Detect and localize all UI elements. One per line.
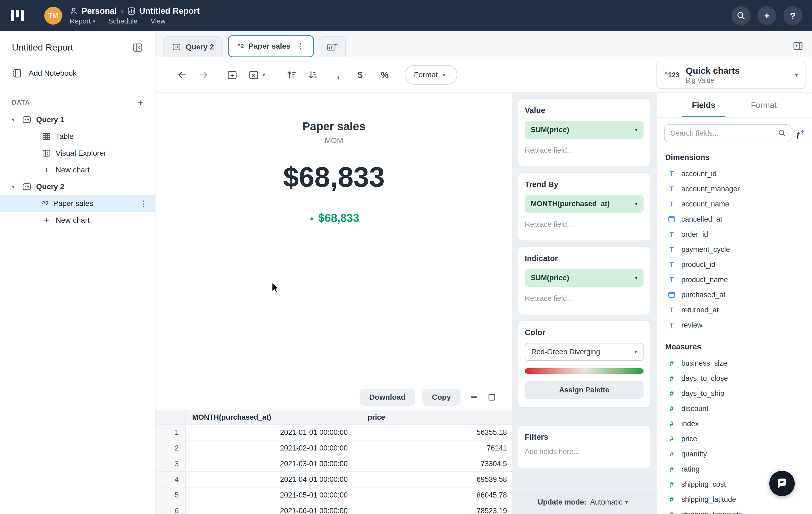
sidebar-item-query1[interactable]: ▾ Query 1 [0,111,155,128]
menu-report[interactable]: Report ▾ [70,17,95,25]
table-row[interactable]: 5 2021-05-01 00:00:00 86045.78 [155,488,512,503]
table-row[interactable]: 6 2021-06-01 00:00:00 78523.19 [155,503,512,514]
quick-charts-dropdown[interactable]: ^123 Quick charts Big Value ▾ [656,61,806,89]
measure-item[interactable]: quantity [657,447,812,462]
add-notebook-button[interactable]: Add Notebook [0,58,155,88]
dimension-item[interactable]: order_id [657,227,812,242]
kebab-menu-icon[interactable]: ⋮ [139,199,147,208]
mode-logo[interactable] [10,7,26,24]
table-header-month[interactable]: MONTH(purchased_at) [186,410,361,424]
hash-icon [667,374,676,383]
measure-name: rating [682,465,700,474]
redo-button[interactable] [198,71,208,79]
palette-select[interactable]: Red-Green Diverging ▾ [525,343,643,361]
breadcrumb-workspace[interactable]: Personal [82,6,117,16]
sidebar-item-table[interactable]: Table [0,128,155,145]
filters-dropzone[interactable]: Add fields here... [525,448,643,459]
dimension-item[interactable]: review [657,318,812,333]
sidebar-item-visual-explorer[interactable]: Visual Explorer [0,145,155,162]
table-row[interactable]: 1 2021-01-01 00:00:00 56355.18 [155,425,512,440]
table-row[interactable]: 4 2021-04-01 00:00:00 69539.58 [155,472,512,488]
measure-item[interactable]: business_size [657,356,812,371]
search-button[interactable] [731,6,750,25]
dimension-item[interactable]: purchased_at [657,287,812,302]
add-calculation-button[interactable]: ƒ+ [796,128,805,139]
dimension-item[interactable]: account_name [657,196,812,212]
assign-palette-button[interactable]: Assign Palette [525,381,643,399]
add-notebook-label: Add Notebook [29,69,77,78]
measure-item[interactable]: price [657,431,812,447]
hash-icon [667,359,676,368]
big-value-123-icon: ^123 [664,71,679,79]
menu-schedule[interactable]: Schedule [108,17,137,25]
dimension-item[interactable]: account_manager [657,181,812,196]
tab-query2[interactable]: Query 2 [163,36,223,57]
dimension-item[interactable]: cancelled_at [657,212,812,227]
value-replace-dropzone[interactable]: Replace field... [525,146,643,158]
avatar[interactable]: TM [44,7,62,25]
new-chart-button-query2[interactable]: + New chart [0,212,155,228]
measure-item[interactable]: days_to_ship [657,386,812,401]
dimension-item[interactable]: returned_at [657,302,812,318]
menu-view[interactable]: View [151,17,166,25]
expand-table-button[interactable] [488,393,496,402]
remove-date-column-button[interactable] [248,70,259,80]
row-index-cell: 4 [155,472,186,487]
chevron-down-icon[interactable]: ▾ [12,184,17,190]
table-row[interactable]: 2 2021-02-01 00:00:00 76141 [155,440,512,456]
indicator-field-pill[interactable]: SUM(price) ▾ [525,269,643,287]
search-fields-input[interactable] [664,124,791,142]
collapse-sidebar-button[interactable] [132,42,143,53]
tab-format[interactable]: Format [749,93,779,117]
sort-descending-button[interactable] [308,70,319,80]
trend-by-replace-dropzone[interactable]: Replace field... [525,220,643,232]
chevron-down-icon[interactable]: ▾ [12,116,17,123]
chat-launcher-button[interactable] [770,471,795,496]
dimension-item[interactable]: payment_cycle [657,242,812,257]
add-chart-tab-button[interactable] [319,36,346,57]
table-header-price[interactable]: price [361,410,512,424]
expand-panel-button[interactable] [792,40,803,51]
table-body: 1 2021-01-01 00:00:00 56355.18 2 2021-02… [155,425,512,514]
kebab-menu-icon[interactable]: ⋮ [296,42,304,51]
currency-format-button[interactable]: $ [358,70,362,80]
sidebar-item-paper-sales[interactable]: ^2 Paper sales ⋮ [0,195,155,212]
plus-icon: + [42,165,51,175]
trend-by-field-pill[interactable]: MONTH(purchased_at) ▾ [525,195,643,213]
chart-subtitle: MOM [155,136,512,145]
dimension-item[interactable]: product_id [657,257,812,272]
row-index-cell: 2 [155,440,186,456]
add-data-button[interactable]: + [138,98,143,107]
add-date-column-button[interactable] [227,70,237,80]
download-button[interactable]: Download [359,389,415,406]
breadcrumb-report-title[interactable]: Untitled Report [139,6,200,16]
update-mode-select[interactable]: Automatic ▾ [590,498,631,507]
dimension-item[interactable]: account_id [657,166,812,181]
add-button[interactable]: + [757,6,776,25]
percent-format-button[interactable]: % [381,70,388,80]
measure-item[interactable]: index [657,416,812,431]
results-table[interactable]: MONTH(purchased_at) price 1 2021-01-01 0… [155,410,512,514]
chevron-down-icon: ▾ [625,499,631,505]
measure-name: price [682,435,697,443]
sort-ascending-button[interactable] [286,70,297,80]
collapse-table-button[interactable] [470,393,478,402]
tab-paper-sales[interactable]: ^2 Paper sales ⋮ [228,35,314,57]
copy-button[interactable]: Copy [422,389,461,406]
chevron-down-icon[interactable]: ▾ [262,72,268,78]
indicator-replace-dropzone[interactable]: Replace field... [525,294,643,306]
undo-button[interactable] [177,71,187,79]
measure-item[interactable]: discount [657,401,812,416]
value-field-pill[interactable]: SUM(price) ▾ [525,121,643,139]
comma-format-button[interactable]: , [337,70,339,80]
tab-fields[interactable]: Fields [690,93,718,117]
measure-item[interactable]: shipping_longitude [657,507,812,514]
quick-charts-title: Quick charts [686,66,740,76]
table-row[interactable]: 3 2021-03-01 00:00:00 73304.5 [155,456,512,472]
dimension-item[interactable]: product_name [657,272,812,287]
measure-item[interactable]: days_to_close [657,371,812,386]
help-button[interactable]: ? [783,6,802,25]
new-chart-button-query1[interactable]: + New chart [0,162,155,178]
format-button[interactable]: Format ▾ [405,65,457,85]
sidebar-item-query2[interactable]: ▾ Query 2 [0,178,155,195]
